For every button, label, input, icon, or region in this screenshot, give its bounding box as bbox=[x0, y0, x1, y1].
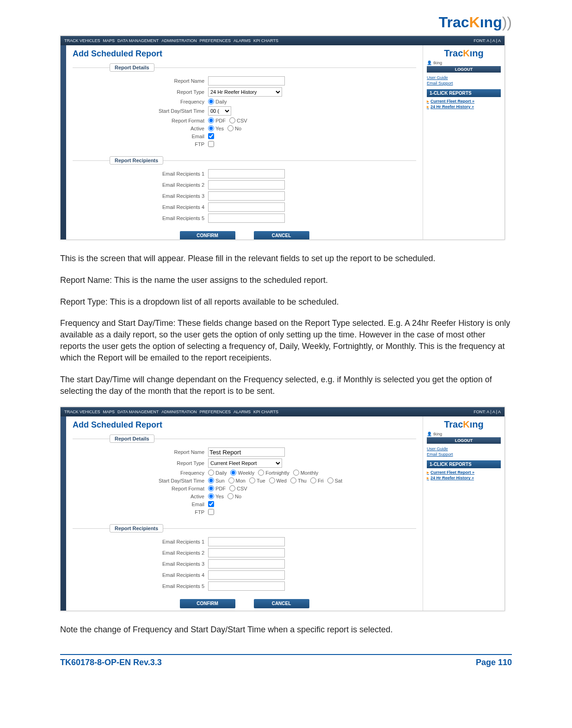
one-click-reports-header: 1-CLICK REPORTS bbox=[427, 89, 501, 97]
radio-day-mon[interactable] bbox=[228, 477, 234, 483]
logout-button[interactable]: LOGOUT bbox=[427, 437, 501, 444]
paragraph: Frequency and Start Day/Time: These fiel… bbox=[60, 318, 512, 363]
label-report-name: Report Name bbox=[73, 78, 208, 84]
label-recipient-1: Email Recipients 1 bbox=[73, 539, 208, 544]
document-body: Note the change of Frequency and Start D… bbox=[60, 624, 512, 636]
user-label: tking bbox=[427, 61, 501, 65]
label-recipient-1: Email Recipients 1 bbox=[73, 171, 208, 177]
radio-freq-fortnightly[interactable] bbox=[258, 470, 264, 476]
cancel-button[interactable]: CANCEL bbox=[254, 599, 309, 608]
nav-menu[interactable]: TRACK VEHICLESMAPSDATA MANAGEMENTADMINIS… bbox=[64, 38, 281, 43]
checkbox-ftp[interactable] bbox=[208, 141, 214, 147]
radio-active-yes[interactable] bbox=[208, 493, 214, 499]
radio-format-pdf[interactable] bbox=[208, 485, 214, 491]
radio-active-no[interactable] bbox=[228, 125, 234, 131]
input-report-name[interactable] bbox=[208, 447, 285, 457]
label-recipient-2: Email Recipients 2 bbox=[73, 182, 208, 188]
label-report-name: Report Name bbox=[73, 449, 208, 455]
app-topbar: TRACK VEHICLESMAPSDATA MANAGEMENTADMINIS… bbox=[61, 36, 504, 45]
paragraph: Note the change of Frequency and Start D… bbox=[60, 624, 512, 636]
input-recipient-4[interactable] bbox=[208, 570, 285, 580]
input-recipient-3[interactable] bbox=[208, 191, 285, 201]
label-recipient-3: Email Recipients 3 bbox=[73, 193, 208, 199]
link-current-fleet-report[interactable]: ▸Current Fleet Report » bbox=[427, 470, 501, 475]
link-user-guide[interactable]: User Guide bbox=[427, 447, 501, 451]
input-recipient-5[interactable] bbox=[208, 581, 285, 591]
fieldset-details-tab: Report Details bbox=[110, 434, 154, 443]
link-user-guide[interactable]: User Guide bbox=[427, 75, 501, 80]
label-format: Report Format bbox=[73, 118, 208, 123]
radio-day-fri[interactable] bbox=[310, 477, 316, 483]
input-recipient-1[interactable] bbox=[208, 169, 285, 178]
page-title: Add Scheduled Report bbox=[73, 49, 416, 59]
input-recipient-1[interactable] bbox=[208, 537, 285, 546]
label-ftp: FTP bbox=[73, 509, 208, 515]
link-24hr-reefer-history[interactable]: ▸24 Hr Reefer History » bbox=[427, 476, 501, 480]
link-email-support[interactable]: Email Support bbox=[427, 81, 501, 86]
input-recipient-3[interactable] bbox=[208, 559, 285, 569]
left-rail bbox=[61, 416, 66, 611]
label-ftp: FTP bbox=[73, 141, 208, 147]
screenshot-2: TRACK VEHICLESMAPSDATA MANAGEMENTADMINIS… bbox=[60, 407, 505, 611]
screenshot-1: TRACK VEHICLESMAPSDATA MANAGEMENTADMINIS… bbox=[60, 36, 505, 240]
nav-menu[interactable]: TRACK VEHICLESMAPSDATA MANAGEMENTADMINIS… bbox=[64, 410, 281, 414]
font-size-control[interactable]: Font: a | A | A bbox=[474, 38, 501, 43]
select-report-type[interactable]: 24 Hr Reefer History bbox=[208, 87, 282, 97]
label-report-type: Report Type bbox=[73, 460, 208, 466]
radio-freq-daily[interactable] bbox=[208, 470, 214, 476]
radio-day-tue[interactable] bbox=[249, 477, 255, 483]
input-report-name[interactable] bbox=[208, 76, 285, 86]
right-sidebar: TracKıng tking LOGOUT User Guide Email S… bbox=[423, 45, 504, 239]
confirm-button[interactable]: CONFIRM bbox=[180, 231, 235, 240]
link-email-support[interactable]: Email Support bbox=[427, 452, 501, 457]
link-24hr-reefer-history[interactable]: ▸24 Hr Reefer History » bbox=[427, 104, 501, 109]
input-recipient-2[interactable] bbox=[208, 180, 285, 190]
confirm-button[interactable]: CONFIRM bbox=[180, 599, 235, 608]
one-click-reports-header: 1-CLICK REPORTS bbox=[427, 460, 501, 468]
radio-format-pdf[interactable] bbox=[208, 117, 214, 123]
font-size-control[interactable]: Font: a | A | A bbox=[474, 410, 501, 414]
label-email: Email bbox=[73, 502, 208, 507]
select-report-type[interactable]: Current Fleet Report bbox=[208, 459, 282, 468]
radio-format-csv[interactable] bbox=[229, 117, 235, 123]
select-start-time[interactable]: 00 ( bbox=[208, 106, 231, 116]
label-recipient-4: Email Recipients 4 bbox=[73, 572, 208, 578]
radio-freq-monthly[interactable] bbox=[293, 470, 299, 476]
paragraph: Report Name: This is the name the user a… bbox=[60, 275, 512, 286]
radio-freq-weekly[interactable] bbox=[230, 470, 236, 476]
radio-active-yes[interactable] bbox=[208, 125, 214, 131]
cancel-button[interactable]: CANCEL bbox=[254, 231, 309, 240]
footer-page: Page 110 bbox=[476, 658, 512, 667]
radio-format-csv[interactable] bbox=[229, 485, 235, 491]
sidebar-logo: TracKıng bbox=[427, 48, 501, 59]
input-recipient-4[interactable] bbox=[208, 202, 285, 212]
label-email: Email bbox=[73, 134, 208, 139]
radio-day-thu[interactable] bbox=[290, 477, 296, 483]
checkbox-email[interactable] bbox=[208, 133, 214, 139]
radio-day-sat[interactable] bbox=[327, 477, 333, 483]
paragraph: This is the screen that will appear. Ple… bbox=[60, 253, 512, 264]
checkbox-email[interactable] bbox=[208, 501, 214, 507]
link-current-fleet-report[interactable]: ▸Current Fleet Report » bbox=[427, 99, 501, 104]
label-active: Active bbox=[73, 494, 208, 499]
fieldset-recipients-tab: Report Recipients bbox=[110, 156, 163, 165]
user-label: tking bbox=[427, 432, 501, 436]
radio-active-no[interactable] bbox=[228, 493, 234, 499]
page-title: Add Scheduled Report bbox=[73, 420, 416, 430]
checkbox-ftp[interactable] bbox=[208, 509, 214, 515]
page-footer: TK60178-8-OP-EN Rev.3.3 Page 110 bbox=[60, 654, 512, 667]
label-recipient-2: Email Recipients 2 bbox=[73, 550, 208, 556]
sidebar-logo: TracKıng bbox=[427, 419, 501, 430]
label-frequency: Frequency bbox=[73, 470, 208, 476]
radio-day-wed[interactable] bbox=[269, 477, 275, 483]
fieldset-details-tab: Report Details bbox=[110, 63, 154, 72]
label-format: Report Format bbox=[73, 486, 208, 491]
input-recipient-5[interactable] bbox=[208, 214, 285, 223]
left-rail bbox=[61, 45, 66, 239]
input-recipient-2[interactable] bbox=[208, 548, 285, 557]
footer-docid: TK60178-8-OP-EN Rev.3.3 bbox=[60, 658, 162, 667]
logout-button[interactable]: LOGOUT bbox=[427, 66, 501, 73]
radio-freq-daily[interactable] bbox=[208, 98, 214, 104]
label-frequency: Frequency bbox=[73, 99, 208, 104]
radio-day-sun[interactable] bbox=[208, 477, 214, 483]
